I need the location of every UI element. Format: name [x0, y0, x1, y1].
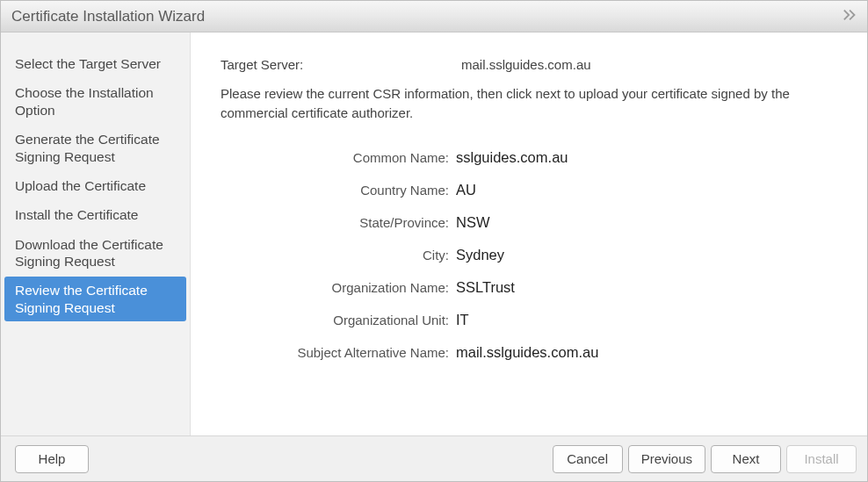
field-organizational-unit: Organizational Unit: IT — [221, 312, 835, 328]
previous-button[interactable]: Previous — [628, 445, 705, 473]
expand-icon[interactable] — [843, 8, 858, 25]
cancel-button[interactable]: Cancel — [553, 445, 623, 473]
field-label: City: — [221, 248, 456, 263]
step-label: Review the Certificate Signing Request — [15, 283, 148, 314]
field-common-name: Common Name: sslguides.com.au — [221, 149, 835, 166]
step-download-csr[interactable]: Download the Certificate Signing Request — [1, 231, 190, 276]
install-button: Install — [786, 445, 857, 473]
field-label: Organization Name: — [221, 280, 456, 295]
field-value: AU — [456, 182, 835, 198]
field-subject-alternative-name: Subject Alternative Name: mail.sslguides… — [221, 344, 835, 361]
field-country-name: Country Name: AU — [221, 182, 835, 198]
step-label: Choose the Installation Option — [15, 85, 154, 117]
step-review-csr[interactable]: Review the Certificate Signing Request — [4, 277, 186, 321]
field-label: Country Name: — [221, 183, 456, 198]
window-title: Certificate Installation Wizard — [11, 8, 205, 25]
field-value: sslguides.com.au — [456, 149, 835, 166]
step-install-certificate[interactable]: Install the Certificate — [1, 201, 190, 228]
field-city: City: Sydney — [221, 247, 835, 263]
field-state-province: State/Province: NSW — [221, 214, 835, 231]
field-value: Sydney — [456, 247, 835, 263]
field-value: IT — [456, 312, 835, 328]
target-server-row: Target Server: mail.sslguides.com.au — [221, 57, 835, 72]
wizard-body: Select the Target Server Choose the Inst… — [1, 32, 867, 435]
field-label: Subject Alternative Name: — [221, 345, 456, 360]
step-generate-csr[interactable]: Generate the Certificate Signing Request — [1, 126, 190, 170]
wizard-window: Certificate Installation Wizard Select t… — [0, 0, 868, 482]
field-organization-name: Organization Name: SSLTrust — [221, 279, 835, 296]
step-label: Install the Certificate — [15, 207, 138, 222]
field-label: Common Name: — [221, 150, 456, 165]
field-label: Organizational Unit: — [221, 313, 456, 327]
field-value: NSW — [456, 214, 835, 231]
target-server-label: Target Server: — [221, 57, 461, 72]
footer: Help Cancel Previous Next Install — [1, 435, 867, 481]
help-button[interactable]: Help — [15, 445, 89, 473]
field-value: mail.sslguides.com.au — [456, 344, 835, 361]
titlebar: Certificate Installation Wizard — [1, 1, 867, 32]
step-label: Upload the Certificate — [15, 178, 146, 193]
step-label: Download the Certificate Signing Request — [15, 237, 163, 269]
next-button[interactable]: Next — [711, 445, 781, 473]
step-choose-installation-option[interactable]: Choose the Installation Option — [1, 79, 190, 124]
step-upload-certificate[interactable]: Upload the Certificate — [1, 172, 190, 199]
instruction-text: Please review the current CSR informatio… — [221, 84, 835, 123]
sidebar: Select the Target Server Choose the Inst… — [1, 32, 191, 435]
field-value: SSLTrust — [456, 279, 835, 296]
target-server-value: mail.sslguides.com.au — [461, 57, 835, 72]
field-label: State/Province: — [221, 215, 456, 230]
step-label: Select the Target Server — [15, 56, 161, 71]
content-panel: Target Server: mail.sslguides.com.au Ple… — [191, 32, 867, 435]
step-label: Generate the Certificate Signing Request — [15, 132, 160, 163]
step-select-target-server[interactable]: Select the Target Server — [1, 50, 190, 77]
